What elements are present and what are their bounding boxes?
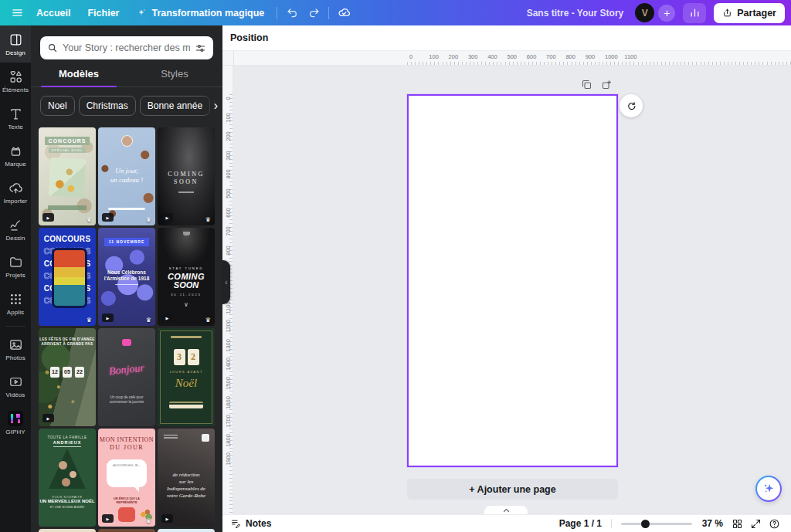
sidebar-item-videos[interactable]: Vidéos [0,368,31,405]
menu-button[interactable] [6,3,28,23]
template-preview: MON INTENTIONDU JOURAUJOURD'HUI, JE...UN… [98,429,155,527]
template-bonjour-tableau-noir[interactable]: BonjourUn coup de café pourcommencer la … [98,328,155,426]
fullscreen-button[interactable] [746,515,765,532]
sidebar-item-label: Design [5,49,25,56]
sidebar-divider [5,326,25,327]
ruler-label: 1000 [605,53,618,60]
filter-chip-noel[interactable]: Noel [40,96,75,116]
pro-crown-icon: ♛ [146,216,151,223]
add-member-button[interactable]: + [658,5,675,22]
tab-styles[interactable]: Styles [127,62,222,86]
chips-scroll-right-button[interactable]: › [202,96,222,116]
search-input[interactable] [63,42,190,53]
projects-icon [8,255,23,269]
redo-button[interactable] [303,3,324,23]
document-title[interactable]: Sans titre - Your Story [527,8,624,19]
regenerate-button[interactable] [620,94,643,117]
ruler-corner [222,51,234,66]
chevron-left-icon: ‹ [225,278,227,286]
template-mon-intention-du-jour[interactable]: MON INTENTIONDU JOURAUJOURD'HUI, JE...UN… [98,429,155,527]
sidebar-item-label: Applis [7,309,24,316]
template-coming-soon-silk[interactable]: COMINGSOON▶♛ [158,127,215,225]
add-page-icon [601,79,613,90]
text-icon [8,107,23,121]
sidebar-item-draw[interactable]: Dessin [0,211,31,248]
ruler-label: 900 [586,53,596,60]
grid-view-icon [732,518,743,530]
sidebar-item-projects[interactable]: Projets [0,248,31,285]
design-icon [8,32,23,47]
template-famille-andrieux-noel[interactable]: TOUTE LA FAMILLEANDRIEUXVOUS SOUHAITEUN … [39,429,96,527]
ruler-label: 700 [546,53,556,60]
brand-icon [8,144,23,158]
sidebar-item-text[interactable]: Texte [0,100,31,137]
rotate-icon [626,100,637,112]
panel-collapse-handle[interactable]: ‹ [222,260,230,304]
sidebar-item-label: Vidéos [6,391,25,398]
sidebar-item-photos[interactable]: Photos [0,330,31,368]
canvas-page[interactable] [407,94,618,467]
sidebar-item-apps[interactable]: Applis [0,285,31,322]
ruler-label: 100 [429,53,439,60]
zoom-slider-knob[interactable] [641,520,650,528]
sidebar-item-upload[interactable]: Importer [0,174,31,211]
add-page-button[interactable]: + Ajouter une page [407,479,618,500]
sidebar-item-label: Éléments [2,86,29,93]
hamburger-icon [11,6,24,19]
template-preview: Un jour,un cadeau ! [98,127,155,225]
photos-icon [8,337,23,352]
template-jours-avant-noel[interactable]: 32JOURS AVANTNoël [158,328,215,426]
sidebar-item-giphy[interactable]: GIPHY [0,405,31,442]
sidebar-item-design[interactable]: Design [0,25,31,63]
ruler-label: 500 [508,53,518,60]
sidebar-item-label: Texte [8,124,23,130]
template-reduction-garde-robe[interactable]: de réductionsur lesIndispensables devotr… [158,429,215,527]
pro-crown-icon: ♛ [87,317,92,324]
help-button[interactable] [765,515,783,532]
ruler-label: 800 [565,53,575,60]
sidebar-item-brand[interactable]: Marque [0,137,31,174]
zoom-slider[interactable] [621,518,692,529]
video-play-badge: ▶ [161,313,173,322]
magic-switch-button[interactable]: Transformation magique [127,3,273,23]
duplicate-page-button[interactable] [581,79,592,90]
share-icon [722,8,732,18]
filter-chip-christmas[interactable]: Christmas [79,96,136,116]
zoom-level[interactable]: 37 % [692,518,723,529]
account-avatar[interactable]: V [635,3,654,22]
share-button[interactable]: Partager [714,3,785,23]
undo-button[interactable] [281,3,303,23]
insights-button[interactable] [683,3,706,23]
horizontal-ruler: 010020030040050060070080090010001100 [222,51,791,66]
template-preview: STAY TUNEDCOMINGSOON30.11.2023 [158,228,215,326]
pro-crown-icon: ♛ [205,317,211,324]
position-button[interactable]: Position [224,29,274,47]
home-button[interactable]: Accueil [28,3,79,23]
magic-assistant-button[interactable] [755,476,782,502]
sidebar-item-label: Projets [5,272,25,279]
search-icon [47,42,58,53]
template-compte-a-rebours-noel[interactable]: LES FÊTES DE FIN D'ANNÉEARRIVENT À GRAND… [39,328,96,426]
template-template-brun-arche[interactable] [98,529,155,532]
notes-button[interactable]: Notes [230,518,271,529]
filter-button[interactable] [195,42,206,54]
template-preview: COMINGSOON [158,127,215,225]
status-bar: Notes Page 1 / 1 37 % [222,514,791,532]
template-template-beige[interactable] [39,529,96,532]
add-page-icon-button[interactable] [601,79,613,90]
template-un-jour-un-cadeau[interactable]: Un jour,un cadeau !▶♛ [98,127,155,225]
template-template-bleu-clair[interactable] [158,529,215,532]
sidebar-item-elements[interactable]: Éléments [0,63,31,100]
filter-chip-bonne-année[interactable]: Bonne année [140,96,210,116]
template-coming-soon-spotlight[interactable]: STAY TUNEDCOMINGSOON30.11.2023▶♛ [158,228,215,326]
template-concours-fashion[interactable]: CONCOURSCONCOURSCONCOURSCONCOURSCONCOURS… [39,228,96,326]
search-box[interactable] [40,36,213,59]
grid-view-button[interactable] [728,515,746,532]
bar-chart-icon [689,7,701,19]
template-11-novembre-armistice[interactable]: 11 NOVEMBRENous Célébronsl'Armistice de … [98,228,155,326]
ruler-label: 200 [449,53,459,60]
file-menu-button[interactable]: Fichier [79,3,127,23]
collapse-bottom-button[interactable] [484,506,528,514]
tab-modeles[interactable]: Modèles [31,62,127,86]
template-concours-special-noel[interactable]: CONCOURSSPÉCIAL NOËL▶♛ [39,127,96,225]
